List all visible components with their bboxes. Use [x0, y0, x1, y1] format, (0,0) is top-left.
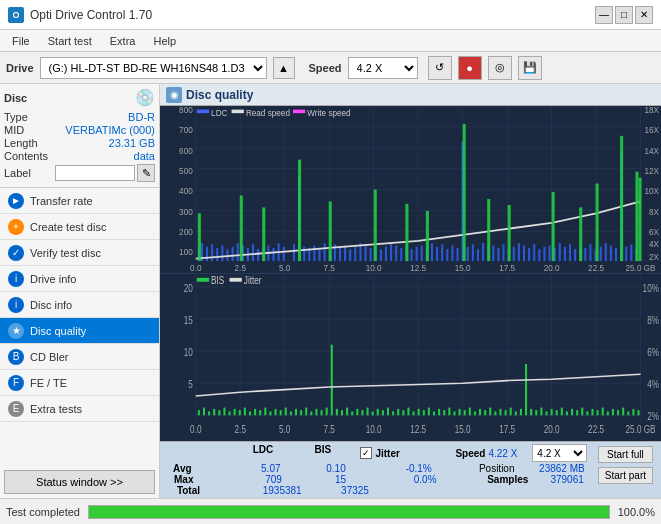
progress-bar-fill [89, 506, 609, 518]
top-chart: 800 700 600 500 400 300 200 100 18X 16X … [160, 106, 661, 274]
fe-te-label: FE / TE [30, 377, 67, 389]
svg-text:Jitter: Jitter [244, 275, 262, 286]
start-part-button[interactable]: Start part [598, 467, 653, 484]
eject-button[interactable]: ▲ [273, 57, 295, 79]
label-edit-button[interactable]: ✎ [137, 164, 155, 182]
svg-rect-134 [198, 213, 201, 261]
svg-rect-136 [262, 207, 265, 261]
svg-rect-98 [457, 248, 459, 261]
svg-text:0.0: 0.0 [190, 424, 201, 435]
svg-rect-53 [221, 246, 223, 262]
menu-extra[interactable]: Extra [102, 33, 144, 49]
position-value: 23862 MB [539, 463, 585, 474]
svg-rect-232 [392, 411, 394, 415]
svg-rect-217 [315, 409, 317, 415]
sidebar-item-create-test-disc[interactable]: + Create test disc [0, 214, 159, 240]
svg-rect-255 [510, 408, 512, 416]
ldc-total: 1935381 [260, 485, 305, 496]
close-button[interactable]: ✕ [635, 6, 653, 24]
svg-rect-60 [257, 249, 259, 261]
svg-text:2X: 2X [649, 251, 659, 262]
speed-label: Speed [309, 62, 342, 74]
svg-rect-225 [356, 409, 358, 415]
svg-rect-141 [426, 211, 429, 261]
svg-rect-114 [538, 249, 540, 261]
svg-rect-258 [525, 364, 527, 415]
svg-text:17.5: 17.5 [499, 262, 515, 273]
speed-select-stats[interactable]: 4.2 X [532, 444, 587, 462]
svg-rect-143 [487, 199, 490, 261]
jitter-checkbox[interactable]: ✓ [360, 447, 372, 459]
jitter-max: 0.0% [385, 474, 465, 485]
svg-rect-68 [303, 247, 305, 261]
svg-text:12.5: 12.5 [410, 262, 426, 273]
svg-rect-226 [361, 410, 363, 415]
label-input[interactable] [55, 165, 135, 181]
menu-help[interactable]: Help [145, 33, 184, 49]
svg-rect-89 [411, 249, 413, 261]
svg-rect-204 [249, 411, 251, 415]
menubar: File Start test Extra Help [0, 30, 661, 52]
svg-text:400: 400 [179, 186, 193, 197]
sidebar-item-verify-test-disc[interactable]: ✓ Verify test disc [0, 240, 159, 266]
refresh-button[interactable]: ↺ [428, 56, 452, 80]
maximize-button[interactable]: □ [615, 6, 633, 24]
bis-col-header: BIS [300, 444, 345, 462]
svg-rect-201 [234, 409, 236, 415]
svg-rect-233 [397, 409, 399, 415]
svg-rect-75 [339, 248, 341, 261]
drive-info-icon: i [8, 271, 24, 287]
contents-label: Contents [4, 150, 48, 162]
svg-rect-80 [364, 246, 366, 262]
svg-rect-239 [428, 408, 430, 416]
svg-rect-265 [561, 408, 563, 416]
svg-rect-276 [617, 410, 619, 415]
svg-rect-128 [610, 246, 612, 262]
sidebar-item-cd-bler[interactable]: B CD Bler [0, 344, 159, 370]
drive-select[interactable]: (G:) HL-DT-ST BD-RE WH16NS48 1.D3 [40, 57, 267, 79]
svg-rect-234 [402, 410, 404, 415]
svg-rect-271 [591, 409, 593, 415]
speed-select[interactable]: 4.2 X [348, 57, 418, 79]
bottom-chart: 20 15 10 5 10% 8% 6% 4% 2% 0.0 2.5 5.0 [160, 274, 661, 441]
svg-text:6X: 6X [649, 226, 659, 237]
svg-rect-244 [453, 411, 455, 415]
disc-info-icon: i [8, 297, 24, 313]
save-button[interactable]: 💾 [518, 56, 542, 80]
menu-file[interactable]: File [4, 33, 38, 49]
sidebar-item-fe-te[interactable]: F FE / TE [0, 370, 159, 396]
disc-quality-label: Disc quality [30, 325, 86, 337]
svg-text:Read speed: Read speed [246, 107, 290, 118]
svg-rect-157 [160, 274, 661, 441]
svg-rect-147 [596, 184, 599, 262]
status-window-button[interactable]: Status window >> [4, 470, 155, 494]
start-full-button[interactable]: Start full [598, 446, 653, 463]
svg-rect-90 [416, 247, 418, 261]
disc-icon-btn1[interactable]: ● [458, 56, 482, 80]
app-icon: O [8, 7, 24, 23]
svg-rect-94 [436, 247, 438, 261]
svg-rect-274 [607, 411, 609, 415]
total-label: Total [177, 485, 232, 496]
minimize-button[interactable]: — [595, 6, 613, 24]
disc-panel-title: Disc [4, 92, 27, 104]
sidebar-item-extra-tests[interactable]: E Extra tests [0, 396, 159, 422]
sidebar-item-transfer-rate[interactable]: ► Transfer rate [0, 188, 159, 214]
svg-rect-139 [374, 190, 377, 262]
svg-rect-151 [197, 110, 209, 114]
svg-rect-245 [459, 409, 461, 415]
svg-rect-231 [387, 408, 389, 416]
sidebar-item-disc-info[interactable]: i Disc info [0, 292, 159, 318]
svg-rect-83 [380, 249, 382, 261]
disc-quality-icon: ★ [8, 323, 24, 339]
sidebar-item-disc-quality[interactable]: ★ Disc quality [0, 318, 159, 344]
svg-text:7.5: 7.5 [324, 424, 335, 435]
menu-start-test[interactable]: Start test [40, 33, 100, 49]
disc-icon-btn2[interactable]: ◎ [488, 56, 512, 80]
statusbar: Test completed 100.0% [0, 498, 661, 524]
sidebar-item-drive-info[interactable]: i Drive info [0, 266, 159, 292]
svg-rect-268 [576, 410, 578, 415]
jitter-avg: -0.1% [379, 463, 459, 474]
svg-rect-277 [622, 408, 624, 416]
svg-text:2%: 2% [647, 412, 659, 423]
